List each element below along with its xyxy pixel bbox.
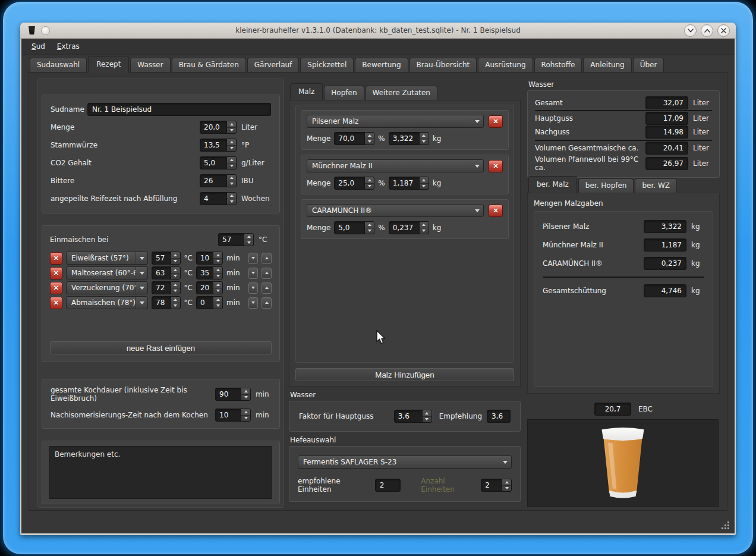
- malt-percent-spinbox[interactable]: 25,0: [334, 177, 374, 190]
- faktor-spinbox[interactable]: 3,6: [394, 410, 432, 423]
- resize-grip[interactable]: [721, 521, 730, 530]
- rast-temp-spinbox[interactable]: 57: [152, 252, 181, 265]
- spin-down-button[interactable]: [502, 485, 511, 492]
- spin-down-button[interactable]: [227, 199, 236, 205]
- spin-down-button[interactable]: [213, 258, 222, 265]
- malt-kg-spinbox[interactable]: 1,187: [389, 177, 429, 190]
- malt-kg-spinbox[interactable]: 3,322: [389, 132, 429, 145]
- spin-down-button[interactable]: [227, 163, 236, 169]
- delete-rast-button[interactable]: ✕: [50, 252, 62, 265]
- spin-down-button[interactable]: [423, 416, 431, 423]
- move-rast-down-button[interactable]: [248, 297, 259, 309]
- spin-up-button[interactable]: [420, 222, 429, 228]
- rast-type-select[interactable]: Maltoserast (60°-65°): [66, 266, 148, 279]
- delete-malt-button[interactable]: ✕: [489, 160, 503, 172]
- rast-duration-spinbox[interactable]: 0: [196, 296, 223, 309]
- spin-down-button[interactable]: [244, 240, 253, 246]
- tab-ber-hopfen[interactable]: ber. Hopfen: [578, 178, 634, 193]
- nachiso-spinbox[interactable]: 10: [215, 409, 251, 422]
- move-rast-up-button[interactable]: [262, 253, 272, 264]
- tab-rohstoffe[interactable]: Rohstoffe: [534, 58, 582, 72]
- spin-down-button[interactable]: [365, 139, 374, 145]
- move-rast-up-button[interactable]: [262, 282, 272, 294]
- tab-brau-gaerdaten[interactable]: Brau & Gärdaten: [172, 58, 246, 72]
- malt-percent-spinbox[interactable]: 5,0: [334, 221, 374, 234]
- spin-up-button[interactable]: [420, 177, 429, 183]
- spin-up-button[interactable]: [227, 175, 236, 181]
- spin-down-button[interactable]: [171, 288, 180, 294]
- spin-up-button[interactable]: [244, 234, 253, 240]
- malt-select[interactable]: Münchner Malz II: [307, 159, 484, 172]
- tab-anleitung[interactable]: Anleitung: [583, 58, 631, 72]
- spin-down-button[interactable]: [171, 303, 180, 309]
- spin-up-button[interactable]: [365, 177, 374, 183]
- move-rast-down-button[interactable]: [248, 268, 259, 279]
- close-button[interactable]: [717, 24, 730, 37]
- notes-textarea[interactable]: [49, 446, 272, 499]
- rast-duration-spinbox[interactable]: 20: [196, 281, 223, 294]
- reifezeit-spinbox[interactable]: 4: [200, 192, 237, 205]
- spin-up-button[interactable]: [213, 252, 222, 258]
- spin-up-button[interactable]: [227, 139, 236, 145]
- tab-spickzettel[interactable]: Spickzettel: [300, 58, 354, 72]
- delete-rast-button[interactable]: ✕: [50, 297, 62, 309]
- spin-up-button[interactable]: [213, 267, 222, 273]
- yeast-count-spinbox[interactable]: 2: [481, 479, 512, 492]
- malt-select[interactable]: CARAMÜNCH II®: [307, 204, 484, 217]
- delete-rast-button[interactable]: ✕: [50, 282, 62, 294]
- titlebar[interactable]: kleiner-brauhelfer v1.3.1.0 (Datenbank: …: [20, 23, 736, 39]
- spin-down-button[interactable]: [241, 415, 250, 422]
- rast-temp-spinbox[interactable]: 72: [152, 281, 181, 294]
- spin-down-button[interactable]: [227, 145, 236, 152]
- tab-gaerverlauf[interactable]: Gärverlauf: [247, 58, 300, 72]
- spin-down-button[interactable]: [420, 139, 429, 145]
- tab-ber-wz[interactable]: ber. WZ: [635, 178, 677, 193]
- tab-ber-malz[interactable]: ber. Malz: [528, 176, 577, 193]
- spin-down-button[interactable]: [241, 394, 250, 401]
- tab-ausruestung[interactable]: Ausrüstung: [478, 58, 533, 72]
- spin-down-button[interactable]: [365, 228, 374, 234]
- menu-sud[interactable]: Sud: [32, 42, 45, 51]
- spin-up-button[interactable]: [241, 388, 250, 394]
- spin-up-button[interactable]: [171, 252, 180, 258]
- tab-wasser[interactable]: Wasser: [130, 58, 170, 72]
- tab-brau-uebersicht[interactable]: Brau-Übersicht: [410, 58, 477, 72]
- rast-duration-spinbox[interactable]: 10: [196, 252, 223, 265]
- spin-down-button[interactable]: [420, 183, 429, 190]
- stammwuerze-spinbox[interactable]: 13,5: [200, 139, 237, 152]
- menu-extras[interactable]: Extras: [57, 42, 80, 51]
- rast-temp-spinbox[interactable]: 78: [152, 296, 181, 309]
- kochdauer-spinbox[interactable]: 90: [215, 388, 251, 401]
- spin-up-button[interactable]: [423, 410, 431, 416]
- delete-malt-button[interactable]: ✕: [489, 205, 503, 217]
- tab-weitere-zutaten[interactable]: Weitere Zutaten: [366, 86, 437, 100]
- spin-down-button[interactable]: [227, 181, 236, 187]
- tab-ueber[interactable]: Über: [633, 58, 664, 72]
- spin-up-button[interactable]: [420, 133, 429, 139]
- rast-temp-spinbox[interactable]: 63: [152, 266, 181, 279]
- sudname-input[interactable]: Nr. 1 Beispielsud: [87, 103, 271, 116]
- tab-bewertung[interactable]: Bewertung: [355, 58, 408, 72]
- spin-up-button[interactable]: [227, 193, 236, 199]
- spin-up-button[interactable]: [213, 282, 222, 288]
- malt-select[interactable]: Pilsener Malz: [307, 115, 484, 128]
- rast-type-select[interactable]: Eiweißrast (57°): [66, 252, 148, 265]
- menge-spinbox[interactable]: 20,0: [200, 121, 237, 134]
- rast-duration-spinbox[interactable]: 35: [196, 266, 223, 279]
- yeast-select[interactable]: Fermentis SAFLAGER S-23: [298, 456, 512, 469]
- rast-type-select[interactable]: Verzuckerung (70°-75°): [66, 281, 148, 294]
- tab-sudauswahl[interactable]: Sudauswahl: [30, 58, 87, 72]
- add-rast-button[interactable]: neue Rast einfügen: [50, 341, 272, 354]
- spin-down-button[interactable]: [213, 288, 222, 294]
- move-rast-up-button[interactable]: [262, 268, 272, 279]
- spin-up-button[interactable]: [227, 157, 236, 163]
- delete-rast-button[interactable]: ✕: [50, 267, 62, 279]
- spin-up-button[interactable]: [241, 409, 250, 415]
- bittere-spinbox[interactable]: 26: [200, 174, 237, 187]
- spin-up-button[interactable]: [365, 222, 374, 228]
- spin-up-button[interactable]: [502, 479, 511, 485]
- tab-hopfen[interactable]: Hopfen: [324, 86, 364, 100]
- spin-down-button[interactable]: [171, 258, 180, 265]
- spin-up-button[interactable]: [213, 297, 222, 303]
- spin-up-button[interactable]: [227, 121, 236, 127]
